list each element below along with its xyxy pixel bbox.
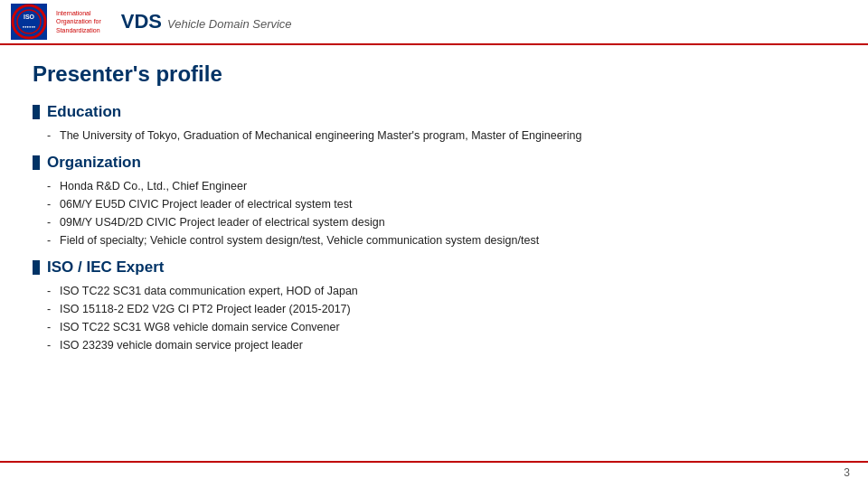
section-bullet-icon: [33, 105, 40, 119]
section-header-organization: Organization: [33, 154, 835, 172]
svg-text:ISO: ISO: [24, 14, 35, 20]
svg-text:●●●●●●: ●●●●●●: [23, 24, 36, 29]
section-bullet-icon: [33, 260, 40, 275]
list-item: ISO 15118-2 ED2 V2G CI PT2 Project leade…: [47, 300, 835, 318]
bullet-list-education: The University of Tokyo, Graduation of M…: [47, 127, 835, 145]
section-title-iso-iec: ISO / IEC Expert: [47, 258, 164, 277]
page-number: 3: [844, 466, 850, 479]
bullet-list-iso-iec: ISO TC22 SC31 data communication expert,…: [47, 282, 835, 354]
header: ISO ●●●●●● International Organization fo…: [0, 0, 868, 45]
list-item: ISO TC22 SC31 WG8 vehicle domain service…: [47, 318, 835, 336]
section-header-education: Education: [33, 103, 835, 121]
bullet-list-organization: Honda R&D Co., Ltd., Chief Engineer06M/Y…: [47, 177, 835, 249]
section-title-organization: Organization: [47, 154, 141, 172]
vds-subtitle: Vehicle Domain Service: [167, 17, 292, 31]
bottom-divider: [0, 461, 868, 463]
org-name: International Organization for Standardi…: [56, 9, 101, 33]
list-item: ISO TC22 SC31 data communication expert,…: [47, 282, 835, 300]
list-item: 06M/Y EU5D CIVIC Project leader of elect…: [47, 195, 835, 213]
iso-logo-icon: ISO ●●●●●●: [11, 4, 47, 40]
list-item: The University of Tokyo, Graduation of M…: [47, 127, 835, 145]
list-item: 09M/Y US4D/2D CIVIC Project leader of el…: [47, 213, 835, 231]
list-item: Honda R&D Co., Ltd., Chief Engineer: [47, 177, 835, 195]
page-title: Presenter's profile: [33, 61, 835, 87]
list-item: Field of specialty; Vehicle control syst…: [47, 231, 835, 249]
section-bullet-icon: [33, 155, 40, 170]
section-header-iso-iec: ISO / IEC Expert: [33, 258, 835, 277]
main-content: Presenter's profile EducationThe Univers…: [0, 45, 868, 354]
svg-rect-0: [11, 4, 47, 40]
list-item: ISO 23239 vehicle domain service project…: [47, 336, 835, 354]
section-title-education: Education: [47, 103, 121, 121]
vds-title: VDS: [121, 10, 162, 33]
